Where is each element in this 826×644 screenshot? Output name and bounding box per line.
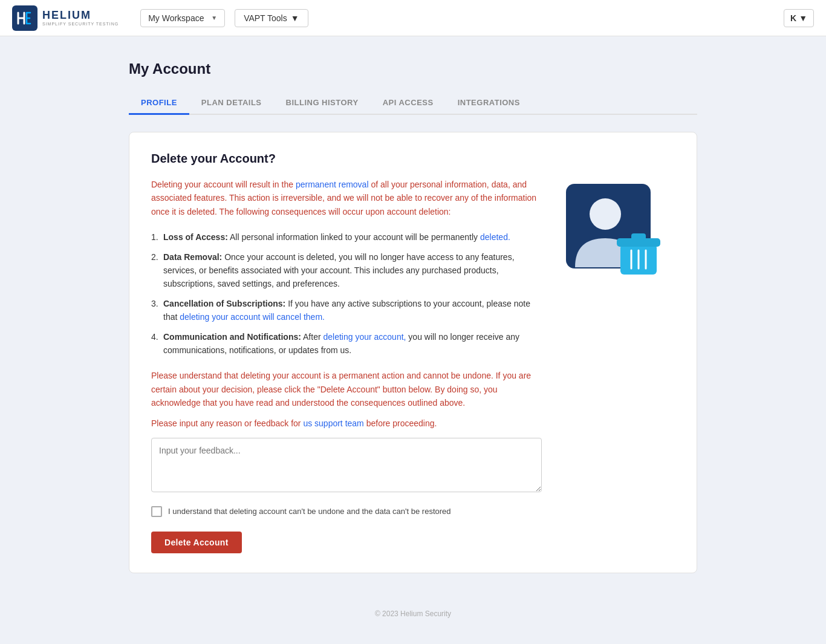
helium-logo-icon [12, 5, 37, 31]
svg-point-2 [590, 198, 621, 230]
vapt-tools-dropdown[interactable]: VAPT Tools ▼ [235, 9, 308, 27]
logo-brand-name: HELIUM [42, 10, 119, 22]
consequence-cancellation: Cancellation of Subscriptions: If you ha… [151, 297, 542, 324]
tab-billing-history[interactable]: BILLING HISTORY [274, 92, 371, 115]
footer: © 2023 Helium Security [129, 597, 697, 630]
understand-checkbox-row: I understand that deleting account can't… [151, 506, 542, 517]
user-chevron-icon: ▼ [799, 13, 807, 23]
consequence-1-text: All personal information linked to your … [230, 232, 510, 242]
delete-account-button[interactable]: Delete Account [151, 532, 242, 553]
warning-intro-text: Deleting your account will result in the… [151, 178, 542, 218]
user-avatar-button[interactable]: K ▼ [784, 9, 814, 27]
tabs-nav: PROFILE PLAN DETAILS BILLING HISTORY API… [129, 92, 697, 115]
delete-account-card: Delete your Account? Deleting your accou… [129, 132, 697, 573]
understand-checkbox-label: I understand that deleting account can't… [168, 507, 451, 516]
consequence-3-bold: Cancellation of Subscriptions: [163, 299, 285, 308]
bottom-warning-2: Please input any reason or feedback for … [151, 417, 542, 430]
card-title: Delete your Account? [151, 152, 675, 166]
feedback-textarea[interactable] [151, 438, 542, 492]
tab-profile[interactable]: PROFILE [129, 92, 189, 115]
svg-rect-5 [631, 233, 646, 241]
consequence-1-bold: Loss of Access: [163, 232, 228, 242]
logo-tagline: SIMPLIFY SECURITY TESTING [42, 22, 119, 27]
understand-checkbox[interactable] [151, 506, 162, 517]
bottom-warning-1: Please understand that deleting your acc… [151, 369, 542, 409]
card-body: Deleting your account will result in the… [151, 178, 675, 553]
vapt-chevron-icon: ▼ [291, 13, 299, 23]
consequence-4-bold: Communication and Notifications: [163, 332, 301, 342]
consequence-2-bold: Data Removal: [163, 252, 222, 262]
support-team-link: us support team [303, 418, 363, 428]
consequence-list: Loss of Access: All personal information… [151, 230, 542, 357]
card-illustration [566, 178, 675, 282]
consequence-loss-of-access: Loss of Access: All personal information… [151, 230, 542, 244]
consequence-data-removal: Data Removal: Once your account is delet… [151, 250, 542, 291]
page-title: My Account [129, 60, 697, 77]
main-content: My Account PROFILE PLAN DETAILS BILLING … [117, 36, 709, 644]
tab-api-access[interactable]: API ACCESS [371, 92, 446, 115]
tab-plan-details[interactable]: PLAN DETAILS [189, 92, 274, 115]
workspace-chevron-icon: ▼ [211, 15, 217, 21]
logo-text: HELIUM SIMPLIFY SECURITY TESTING [42, 10, 119, 26]
logo-area: HELIUM SIMPLIFY SECURITY TESTING [12, 5, 119, 31]
workspace-dropdown[interactable]: My Workspace ▼ [140, 9, 225, 27]
vapt-label: VAPT Tools [244, 13, 287, 23]
card-text-section: Deleting your account will result in the… [151, 178, 542, 553]
header: HELIUM SIMPLIFY SECURITY TESTING My Work… [0, 0, 826, 36]
workspace-label: My Workspace [148, 13, 204, 23]
consequence-communications: Communication and Notifications: After d… [151, 330, 542, 357]
tab-integrations[interactable]: INTEGRATIONS [446, 92, 532, 115]
footer-text: © 2023 Helium Security [375, 610, 451, 618]
delete-account-illustration [566, 178, 663, 281]
user-initial: K [790, 13, 796, 23]
highlight-permanent-removal: permanent removal [296, 180, 369, 189]
